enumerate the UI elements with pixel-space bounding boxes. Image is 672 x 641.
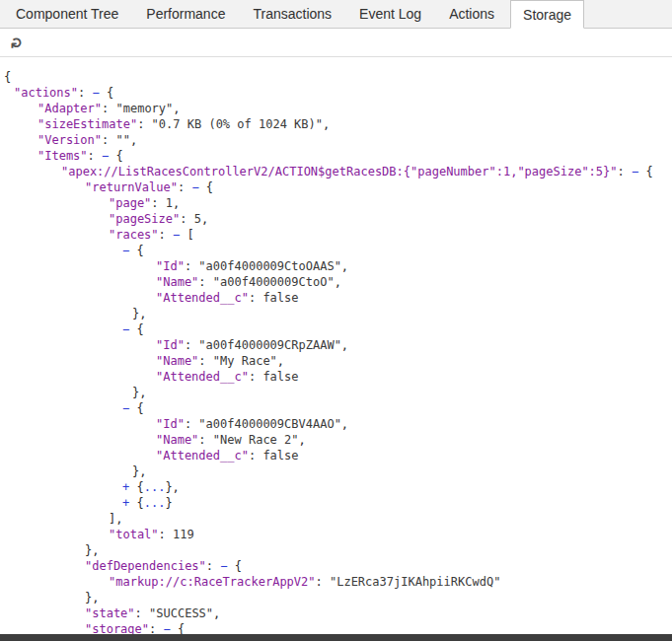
json-key: "Version" — [37, 133, 102, 147]
json-line: "Id": "a00f4000009CBV4AAO", — [0, 416, 672, 432]
json-value: 5 — [194, 212, 201, 226]
json-line: "page": 1, — [0, 195, 672, 211]
json-punct: : — [185, 259, 198, 273]
refresh-button[interactable]: ↻ — [5, 32, 27, 53]
json-key: "Attended__c" — [156, 370, 249, 384]
tab-actions[interactable]: Actions — [437, 0, 506, 28]
json-punct: : — [151, 196, 165, 210]
json-value: "a00f4000009CtoOAAS" — [198, 259, 341, 273]
json-line: "actions": − { — [0, 85, 672, 101]
json-punct: { — [199, 180, 213, 194]
json-punct: : — [137, 117, 151, 131]
json-punct: , — [341, 338, 348, 352]
json-line: "Attended__c": false — [0, 290, 672, 306]
collapse-icon[interactable]: − — [92, 86, 99, 100]
json-value: 119 — [173, 528, 194, 541]
json-punct: : — [180, 212, 193, 226]
json-punct: , — [173, 196, 180, 210]
collapse-icon[interactable]: − — [220, 559, 227, 573]
json-punct: : — [198, 433, 212, 447]
json-key: "apex://ListRacesControllerV2/ACTION$get… — [61, 165, 618, 178]
json-key: "Id" — [156, 338, 185, 352]
json-line: "Attended__c": false — [0, 448, 672, 463]
json-punct: { — [109, 149, 122, 163]
json-value: "a00f4000009CBV4AAO" — [198, 417, 341, 431]
json-value: "My Race" — [213, 354, 277, 368]
json-line: "pageSize": 5, — [0, 211, 672, 227]
json-key: "actions" — [14, 86, 78, 100]
tab-storage[interactable]: Storage — [510, 0, 584, 29]
json-key: "Name" — [156, 275, 198, 289]
json-line: "total": 119 — [0, 527, 672, 542]
json-line: "Name": "a00f4000009CtoO", — [0, 274, 672, 290]
json-punct: }, — [165, 480, 179, 494]
storage-toolbar: ↻ — [0, 29, 672, 57]
json-punct: { — [638, 165, 652, 178]
json-punct: }, — [132, 464, 146, 478]
json-punct: , — [173, 102, 180, 115]
json-punct: { — [4, 70, 11, 84]
json-value: "a00f4000009CtoO" — [213, 275, 335, 289]
refresh-icon: ↻ — [8, 36, 23, 49]
json-punct: : — [198, 275, 212, 289]
json-line: "markup://c:RaceTrackerAppV2": "LzERca37… — [0, 574, 672, 590]
json-punct: : — [159, 228, 173, 242]
json-value: false — [262, 449, 298, 463]
json-punct: , — [213, 606, 220, 620]
json-punct: : — [206, 559, 220, 573]
json-punct: : — [249, 291, 262, 305]
json-key: "Name" — [156, 354, 198, 368]
json-punct: : — [185, 417, 198, 431]
json-line: − { — [0, 321, 672, 337]
json-key: "Items" — [37, 149, 88, 163]
json-key: "Name" — [156, 433, 198, 447]
json-line: "Adapter": "memory", — [0, 101, 672, 116]
json-key: "Adapter" — [37, 102, 102, 115]
json-punct: : — [78, 86, 92, 100]
tab-performance[interactable]: Performance — [134, 0, 237, 28]
json-line: }, — [0, 385, 672, 400]
json-punct: : — [135, 606, 149, 620]
tab-transactions[interactable]: Transactions — [241, 0, 343, 28]
json-key: "races" — [109, 228, 159, 242]
collapsed-ellipsis[interactable]: ... — [144, 480, 166, 494]
json-punct: }, — [85, 543, 99, 557]
collapsed-ellipsis[interactable]: ... — [144, 496, 166, 510]
json-value: "SUCCESS" — [149, 606, 213, 620]
collapse-icon[interactable]: − — [191, 180, 198, 194]
json-punct: , — [335, 275, 341, 289]
json-value: false — [262, 370, 298, 384]
json-line: "Attended__c": false — [0, 369, 672, 385]
json-punct: }, — [132, 386, 146, 399]
json-punct: , — [341, 259, 348, 273]
json-key: "Attended__c" — [156, 449, 249, 463]
json-key: "total" — [109, 528, 159, 541]
json-line: − { — [0, 243, 672, 258]
json-punct: : — [249, 370, 262, 384]
json-key: "Id" — [156, 417, 185, 431]
json-line: "Name": "My Race", — [0, 353, 672, 369]
json-punct: : — [102, 102, 115, 115]
json-punct: { — [129, 244, 143, 257]
json-punct: : — [198, 354, 212, 368]
json-value: "a00f4000009CRpZAAW" — [198, 338, 341, 352]
json-punct: } — [165, 496, 172, 510]
json-punct: : — [178, 180, 191, 194]
json-line: "Items": − { — [0, 148, 672, 164]
json-value: false — [262, 291, 298, 305]
json-punct: { — [228, 559, 242, 573]
tab-component-tree[interactable]: Component Tree — [4, 0, 130, 28]
json-punct: : — [159, 528, 173, 541]
json-line: }, — [0, 463, 672, 479]
json-line: ], — [0, 511, 672, 527]
json-key: "returnValue" — [85, 180, 178, 194]
json-line: "Version": "", — [0, 132, 672, 148]
json-punct: [ — [180, 228, 193, 242]
json-punct: ], — [109, 512, 122, 526]
tab-event-log[interactable]: Event Log — [347, 0, 433, 28]
json-line: + {...}, — [0, 479, 672, 495]
json-punct: , — [341, 417, 348, 431]
json-punct: { — [129, 496, 143, 510]
json-line: "Id": "a00f4000009CtoOAAS", — [0, 258, 672, 274]
json-punct: { — [100, 86, 113, 100]
